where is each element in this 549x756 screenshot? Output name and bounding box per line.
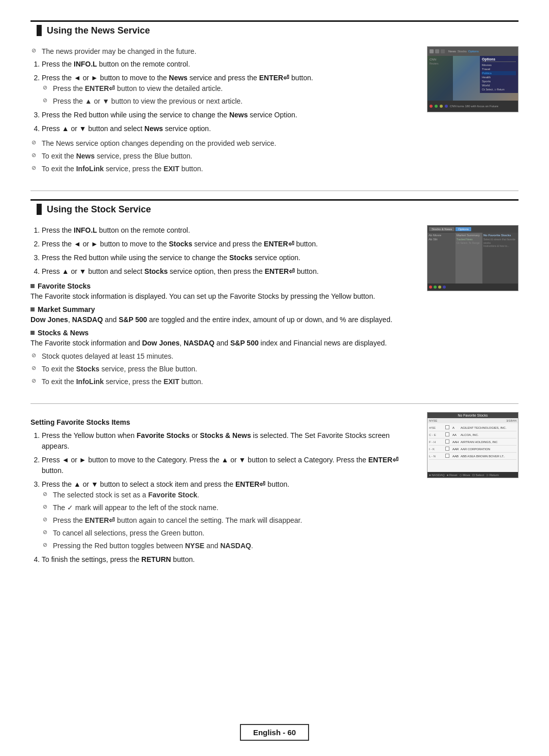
news-img-content: CNN Reuters Options Movies Travel Politi… [428,56,518,101]
news-section: Using the News Service The news provider… [30,20,518,176]
news-screenshot: News Stocks Options CNN Reuters Options … [427,46,518,112]
news-note3: To exit the InfoLink service, press the … [30,164,417,174]
setting-screenshot: No Favorite Stocks NYSE 3/18/44 #/SE A A… [427,412,518,478]
stocks-img-center: Market Summary Tracked News Ck Select, T… [455,233,482,284]
si-ticker-2: AA [452,433,460,436]
si-name-3: AIRTRAN HOLDINGS, INC [461,440,516,444]
si-row-4: I - K AAR AAR CORPORATION [429,446,516,453]
si-btn-move: ◇ Move [460,473,470,477]
si-range-4: I - K [429,448,444,451]
news-overlay-health: Health [482,75,516,79]
si-checkbox-1 [445,425,451,430]
si-exchange: NYSE [429,419,437,422]
setting-step-1: Press the Yellow button when Favorite St… [42,430,417,452]
setting-section: Setting Favorite Stocks Items Press the … [30,412,518,569]
news-img-tab-stocks: Stocks [458,50,467,53]
si-footer: ● NASDAQ ● Reset ◇ Move ⊡ Select ⊃ Retur… [428,472,518,478]
si-checkbox-5 [445,454,451,458]
stocks-left-label2: Ab Slit [429,238,454,241]
news-overlay-sports: Sports [482,79,516,83]
setting-note4: To cancel all selections, press the Gree… [42,528,417,539]
stocks-btn-green [434,286,437,289]
si-ticker-5: AAB [452,455,460,458]
divider2 [30,403,518,404]
news-overlay-movies: Movies [482,63,516,67]
news-content-row: The news provider may be changed in the … [30,46,518,176]
stocks-left-label1: Ab Movie [429,234,454,237]
news-img-tab-news: News [448,50,456,53]
stock-steps-list: Press the INFO.L button on the remote co… [30,225,417,277]
market-summary-text: Dow Jones, NASDAQ and S&P 500 are toggle… [30,316,417,324]
si-row-2: C - E AA ALCOA, INC. [429,431,516,438]
setting-note1: The selected stock is set as a Favorite … [42,490,417,500]
news-btn-red [430,105,433,108]
stocks-btn-blue [443,286,446,289]
stocks-center-label2: Tracked News [456,238,481,241]
stocks-screenshot: Stocks & News Options Ab Movie Ab Slit M… [427,225,518,291]
news-step-2-note1: Press the ENTER⏎ button to view the deta… [42,83,417,94]
stocks-btn-yellow [438,286,441,289]
setting-step-2: Press ◄ or ► button to move to the Categ… [42,455,417,476]
si-btn-select: ⊡ Select [472,473,484,477]
news-overlay-panel: Options Movies Travel Politics Health Sp… [480,56,518,93]
news-img-right: Options Movies Travel Politics Health Sp… [453,56,518,101]
favorite-stocks-text: The Favorite stock information is displa… [30,292,417,300]
stocks-center-label3: Ck Select, To Range [456,241,481,244]
stocks-tab-news: Stocks & News [429,227,454,231]
divider1 [30,191,518,191]
news-img-dot2 [435,49,439,53]
stock-section-content: Press the INFO.L button on the remote co… [30,225,417,389]
setting-step-4: To finish the settings, press the RETURN… [42,554,417,565]
stock-note1: Stock quotes delayed at least 15 minutes… [30,351,417,362]
stock-step-1: Press the INFO.L button on the remote co… [42,225,417,236]
setting-note2: The ✓ mark will appear to the left of th… [42,502,417,513]
stock-content-row: Press the INFO.L button on the remote co… [30,225,518,389]
news-step-2-note2: Press the ▲ or ▼ button to view the prev… [42,96,417,107]
news-img-left: CNN Reuters [428,56,453,101]
news-intro-note: The news provider may be changed in the … [30,46,417,57]
news-overlay-travel: Travel [482,67,516,71]
si-subheader: NYSE 3/18/44 [428,418,518,423]
si-checkbox-4 [445,447,451,451]
news-step-4: Press ▲ or ▼ button and select News serv… [42,123,417,134]
setting-note5: Pressing the Red button toggles between … [42,541,417,551]
stocks-img-left: Ab Movie Ab Slit [428,233,455,284]
si-body: #/SE A AGILENT TECHNOLOGIES, INC. C - E … [428,423,518,472]
si-ticker-1: A [452,426,460,429]
stocks-news-text: The Favorite stock information and Dow J… [30,339,417,347]
stocks-right-desc: Select & stream that favorite stocks [483,238,517,244]
news-img-caption: CNN turns 180 with focus on Future [450,105,498,108]
news-overlay-politics: Politics [482,71,516,75]
stock-step-2: Press the ◄ or ► button to move to the S… [42,239,417,249]
si-date: 3/18/44 [506,419,516,422]
news-img-label: CNN [430,58,451,61]
news-section-title: Using the News Service [30,20,518,39]
news-step-1: Press the INFO.L button on the remote co… [42,59,417,70]
setting-note3: Press the ENTER⏎ button again to cancel … [42,515,417,526]
stock-section: Using the Stock Service Press the INFO.L… [30,199,518,389]
news-img-source: Reuters [430,62,451,65]
si-name-4: AAR CORPORATION [461,448,516,451]
si-row-1: #/SE A AGILENT TECHNOLOGIES, INC. [429,424,516,431]
si-btn-return: ⊃ Return [486,473,499,477]
news-btn-blue [445,105,448,108]
news-section-content: The news provider may be changed in the … [30,46,417,176]
news-img-dot3 [441,49,445,53]
footer-label: English - 60 [240,724,309,741]
news-img-bottombar: CNN turns 180 with focus on Future [428,101,518,112]
stocks-img-right: No Favorite Stocks Select & stream that … [482,233,518,284]
si-checkbox-3 [445,439,451,444]
si-name-5: ABB ASEA BROWN BOVER LT.. [461,455,516,458]
si-range-1: #/SE [429,426,444,429]
stocks-tab-options: Options [455,227,471,231]
stock-step-4: Press ▲ or ▼ button and select Stocks se… [42,266,417,277]
market-summary-title: Market Summary [30,305,417,313]
setting-section-title: Setting Favorite Stocks Items [30,418,417,426]
si-checkbox-2 [445,432,451,437]
si-name-1: AGILENT TECHNOLOGIES, INC. [461,426,516,429]
si-range-3: F - H [429,440,444,444]
setting-step-3: Press the ▲ or ▼ button to select a stoc… [42,479,417,551]
stock-step-3: Press the Red button while using the ser… [42,253,417,263]
si-row-3: F - H AAH AIRTRAN HOLDINGS, INC [429,438,516,446]
setting-content-row: Setting Favorite Stocks Items Press the … [30,412,518,569]
